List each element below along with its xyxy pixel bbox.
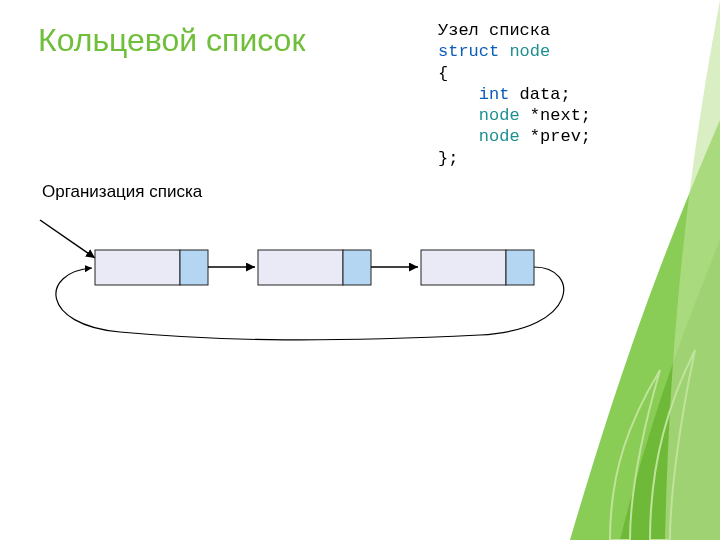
svg-rect-5: [506, 250, 534, 285]
code-next-rest: *next;: [520, 106, 591, 125]
subheader: Организация списка: [42, 182, 202, 202]
svg-rect-0: [95, 250, 180, 285]
code-int-kw: int: [479, 85, 510, 104]
code-block: Узел списка struct node { int data; node…: [438, 20, 591, 169]
code-next-type: node: [479, 106, 520, 125]
code-struct-name: node: [509, 42, 550, 61]
svg-rect-4: [421, 250, 506, 285]
slide-title: Кольцевой список: [38, 22, 305, 59]
code-struct-kw: struct: [438, 42, 499, 61]
entry-arrow: [40, 220, 95, 258]
list-node: [258, 250, 371, 285]
code-close-brace: };: [438, 149, 458, 168]
code-int-rest: data;: [509, 85, 570, 104]
code-label: Узел списка: [438, 21, 550, 40]
svg-rect-1: [180, 250, 208, 285]
list-node: [95, 250, 208, 285]
circular-list-diagram: [0, 210, 600, 410]
code-prev-rest: *prev;: [520, 127, 591, 146]
list-node: [421, 250, 534, 285]
code-open-brace: {: [438, 64, 448, 83]
svg-rect-2: [258, 250, 343, 285]
code-prev-type: node: [479, 127, 520, 146]
svg-rect-3: [343, 250, 371, 285]
